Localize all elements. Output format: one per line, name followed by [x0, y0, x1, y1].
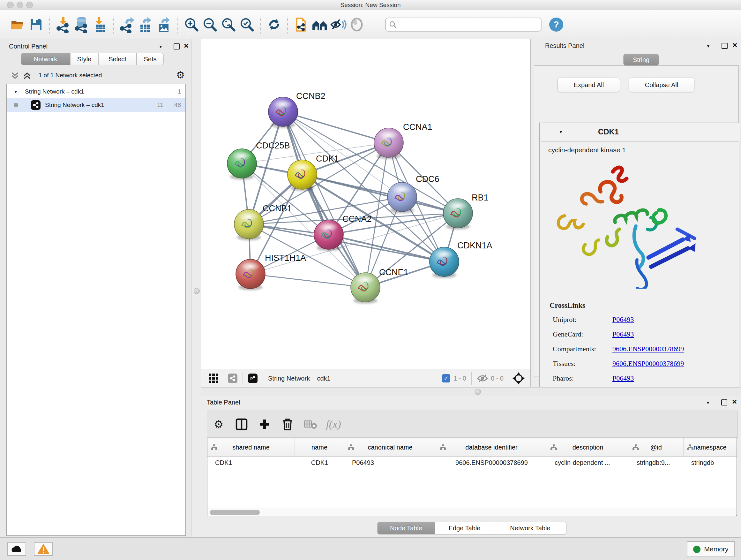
- tab-select[interactable]: Select: [98, 53, 137, 65]
- gene-entry-header[interactable]: ▼ CDK1: [540, 123, 740, 141]
- gene-description: cyclin-dependent kinase 1: [548, 146, 626, 154]
- control-panel-menu-caret[interactable]: ▼: [158, 44, 163, 49]
- crosslink-link[interactable]: 9606.ENSP00000378699: [612, 345, 684, 353]
- column-header-namespace[interactable]: namespace: [684, 438, 737, 456]
- zoom-fit-button[interactable]: [219, 15, 238, 34]
- show-columns-icon[interactable]: [230, 418, 253, 430]
- scrollbar-thumb[interactable]: [210, 510, 260, 515]
- toolbar-separator: [260, 16, 261, 34]
- save-session-button[interactable]: [27, 15, 45, 34]
- table-panel-menu-caret[interactable]: ▼: [706, 400, 710, 405]
- table-options-gear-icon[interactable]: ⚙: [207, 420, 230, 429]
- cell-shared-name: CDK1: [207, 459, 295, 466]
- export-table-button[interactable]: [137, 15, 155, 34]
- table-panel-float-icon[interactable]: [721, 399, 727, 406]
- delete-column-icon[interactable]: [276, 418, 299, 431]
- results-panel-close-icon[interactable]: ×: [732, 43, 737, 48]
- search-input[interactable]: [399, 21, 538, 28]
- help-button[interactable]: ?: [549, 17, 563, 32]
- bottom-splitter[interactable]: [201, 387, 741, 396]
- string-document-button[interactable]: [292, 15, 311, 34]
- selected-checkbox-icon[interactable]: ✓: [442, 374, 450, 382]
- search-box[interactable]: [385, 17, 542, 32]
- bottom-splitter-handle[interactable]: [475, 389, 481, 395]
- crosslink-link[interactable]: 9606.ENSP00000378699: [612, 360, 684, 368]
- zoom-out-button[interactable]: [201, 15, 219, 34]
- import-network-button[interactable]: [54, 15, 72, 34]
- open-session-button[interactable]: [8, 15, 27, 34]
- network-node-CDKN1A[interactable]: CDKN1A: [429, 241, 492, 278]
- birds-eye-icon[interactable]: [512, 372, 525, 385]
- crosslink-row: Tissues: 9606.ENSP00000378699: [541, 356, 739, 371]
- network-node-CCNA1[interactable]: CCNA1: [374, 122, 432, 159]
- hide-glass-button[interactable]: [329, 15, 347, 34]
- cell-description: cyclin-dependent ...: [547, 459, 629, 466]
- zoom-selected-button[interactable]: [238, 15, 256, 34]
- cell-database-identifier: 9606.ENSP00000378699: [436, 459, 547, 466]
- network-row[interactable]: String Network – cdk1 11 48: [7, 98, 185, 112]
- tab-sets[interactable]: Sets: [137, 53, 164, 65]
- results-panel: Results Panel ▼ × String Expand All Coll…: [530, 39, 741, 387]
- table-row[interactable]: CDK1 CDK1 P06493 9606.ENSP00000378699 cy…: [207, 456, 737, 469]
- delete-table-icon: [299, 419, 322, 430]
- results-panel-menu-caret[interactable]: ▼: [706, 44, 711, 49]
- network-node-CDC25B[interactable]: CDC25B: [227, 141, 290, 180]
- detach-view-icon[interactable]: [248, 374, 258, 383]
- control-panel-close-icon[interactable]: ×: [184, 44, 189, 48]
- network-badge-icon[interactable]: [228, 374, 238, 383]
- network-node-CCNE1[interactable]: CCNE1: [351, 267, 408, 304]
- table-panel-close-icon[interactable]: ×: [732, 399, 737, 404]
- grid-view-icon[interactable]: [208, 373, 219, 384]
- export-image-button[interactable]: [155, 15, 174, 34]
- tab-string[interactable]: String: [623, 54, 659, 66]
- import-network-from-database-button[interactable]: [72, 15, 91, 34]
- export-network-button[interactable]: [118, 15, 137, 34]
- string-home-button[interactable]: [311, 15, 329, 34]
- results-panel-float-icon[interactable]: [722, 43, 728, 49]
- tab-network-table[interactable]: Network Table: [494, 522, 566, 535]
- network-node-HIST1H1A[interactable]: HIST1H1A: [236, 253, 306, 290]
- cloud-status-button[interactable]: [7, 543, 26, 556]
- column-header-name[interactable]: name: [295, 438, 344, 456]
- column-header-description[interactable]: description: [547, 438, 629, 456]
- crosslink-link[interactable]: P06493: [612, 315, 634, 324]
- control-panel-float-icon[interactable]: [174, 44, 180, 50]
- collapse-all-button[interactable]: Collapse All: [629, 78, 694, 92]
- column-header-id[interactable]: @id: [629, 438, 684, 456]
- tab-network[interactable]: Network: [21, 53, 70, 65]
- document-share-icon: [294, 16, 308, 33]
- network-node-CDK1[interactable]: CDK1: [287, 154, 339, 191]
- tab-style[interactable]: Style: [70, 53, 98, 65]
- column-header-database-identifier[interactable]: database identifier: [436, 438, 547, 456]
- warning-icon: [38, 544, 49, 554]
- column-header-shared-name[interactable]: shared name: [207, 438, 295, 456]
- column-header-canonical-name[interactable]: canonical name: [344, 438, 436, 456]
- left-splitter[interactable]: [192, 39, 202, 537]
- collection-expand-caret[interactable]: ▼: [14, 89, 18, 94]
- network-options-gear-icon[interactable]: ⚙: [176, 70, 185, 80]
- tab-edge-table[interactable]: Edge Table: [435, 522, 494, 535]
- crosslink-link[interactable]: P06493: [612, 374, 634, 382]
- hidden-eye-icon: [477, 374, 488, 383]
- expand-all-button[interactable]: Expand All: [557, 78, 620, 92]
- crosslink-link[interactable]: P06493: [612, 330, 634, 338]
- network-graph[interactable]: CCNB2CCNA1CDC25BCDK1CDC6RB1CCNB1CCNA2CDK…: [201, 39, 530, 369]
- gene-entry-caret[interactable]: ▼: [559, 130, 563, 134]
- tab-node-table[interactable]: Node Table: [377, 522, 435, 535]
- network-collection-row[interactable]: ▼ String Network – cdk1 1: [7, 84, 185, 98]
- network-view[interactable]: CCNB2CCNA1CDC25BCDK1CDC6RB1CCNB1CCNA2CDK…: [201, 39, 530, 369]
- apply-layout-button[interactable]: [265, 15, 283, 34]
- node-label-CCNA2: CCNA2: [342, 214, 372, 224]
- memory-button[interactable]: Memory: [687, 541, 735, 557]
- import-table-button[interactable]: [91, 15, 110, 34]
- left-splitter-handle[interactable]: [194, 288, 200, 294]
- show-glass-button[interactable]: [347, 15, 366, 34]
- zoom-in-button[interactable]: [182, 15, 201, 34]
- table-horizontal-scrollbar[interactable]: [207, 509, 736, 516]
- warnings-button[interactable]: [34, 543, 53, 556]
- create-column-icon[interactable]: [253, 418, 276, 430]
- network-node-RB1[interactable]: RB1: [443, 193, 488, 230]
- network-node-CCNB2[interactable]: CCNB2: [268, 91, 326, 128]
- cell-id: stringdb:9...: [629, 459, 684, 466]
- string-results-container: Expand All Collapse All ▼ CDK1 cyclin-de…: [534, 65, 739, 376]
